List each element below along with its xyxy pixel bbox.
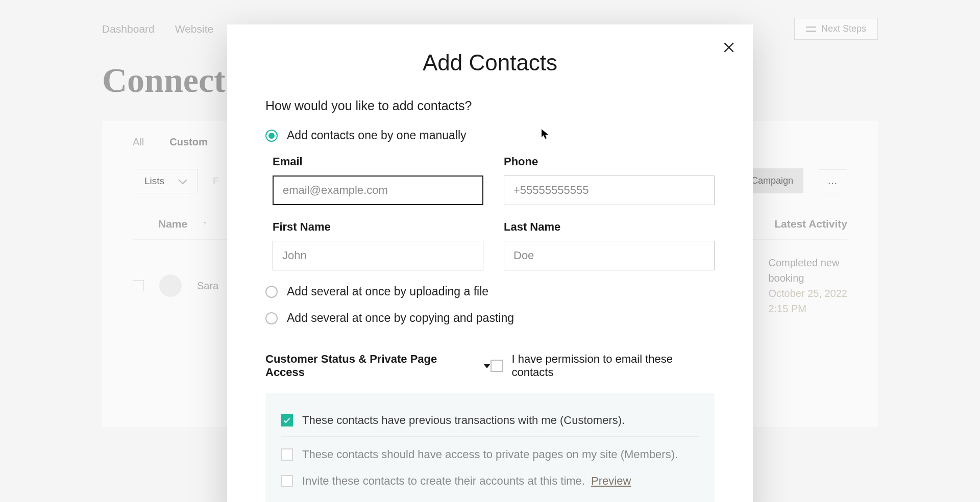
status-row: Customer Status & Private Page Access I … <box>265 353 715 379</box>
phone-field-group: Phone <box>504 155 715 205</box>
permission-checkbox[interactable] <box>491 360 503 372</box>
last-name-label: Last Name <box>504 220 715 234</box>
customer-status-toggle[interactable]: Customer Status & Private Page Access <box>265 353 491 379</box>
members-label: These contacts should have access to pri… <box>302 448 678 461</box>
triangle-down-icon <box>483 364 491 368</box>
email-input[interactable] <box>273 175 483 205</box>
first-name-input[interactable] <box>273 241 483 270</box>
customers-label: These contacts have previous transaction… <box>302 414 625 427</box>
modal-overlay: Add Contacts How would you like to add c… <box>0 0 980 502</box>
invite-checkbox[interactable] <box>281 475 293 487</box>
last-name-field-group: Last Name <box>504 220 715 270</box>
permission-label: I have permission to email these contact… <box>512 353 715 379</box>
modal-title: Add Contacts <box>265 50 715 76</box>
check-icon <box>283 416 291 424</box>
checkbox-invite-row[interactable]: Invite these contacts to create their ac… <box>281 470 699 494</box>
checkbox-members-row[interactable]: These contacts should have access to pri… <box>281 436 699 467</box>
members-checkbox[interactable] <box>281 448 293 461</box>
permission-checkbox-row[interactable]: I have permission to email these contact… <box>491 353 715 379</box>
manual-entry-form: Email Phone First Name Last Name <box>273 155 715 270</box>
add-contacts-modal: Add Contacts How would you like to add c… <box>227 24 753 502</box>
close-button[interactable] <box>720 39 738 56</box>
mouse-cursor-icon <box>541 129 549 140</box>
radio-label: Add contacts one by one manually <box>287 129 467 142</box>
email-label: Email <box>273 155 483 168</box>
customers-checkbox[interactable] <box>281 414 293 426</box>
email-field-group: Email <box>273 155 483 205</box>
preview-link[interactable]: Preview <box>591 474 631 487</box>
checkbox-customers-row[interactable]: These contacts have previous transaction… <box>281 408 699 433</box>
radio-label: Add several at once by copying and pasti… <box>287 311 514 325</box>
phone-input[interactable] <box>504 175 715 205</box>
modal-question: How would you like to add contacts? <box>265 98 715 113</box>
close-icon <box>722 41 736 54</box>
status-title-text: Customer Status & Private Page Access <box>265 353 476 379</box>
status-options-panel: These contacts have previous transaction… <box>265 393 715 502</box>
first-name-field-group: First Name <box>273 220 483 270</box>
invite-text: Invite these contacts to create their ac… <box>302 474 585 487</box>
invite-label: Invite these contacts to create their ac… <box>302 474 631 488</box>
last-name-input[interactable] <box>504 241 715 270</box>
radio-upload-file[interactable]: Add several at once by uploading a file <box>265 285 715 298</box>
radio-copy-paste[interactable]: Add several at once by copying and pasti… <box>265 311 715 325</box>
radio-icon <box>265 286 278 298</box>
first-name-label: First Name <box>273 220 483 234</box>
radio-icon <box>265 130 278 142</box>
radio-add-manually[interactable]: Add contacts one by one manually <box>265 129 715 142</box>
divider <box>265 338 715 338</box>
radio-label: Add several at once by uploading a file <box>287 285 488 298</box>
radio-icon <box>265 312 278 324</box>
phone-label: Phone <box>504 155 715 168</box>
